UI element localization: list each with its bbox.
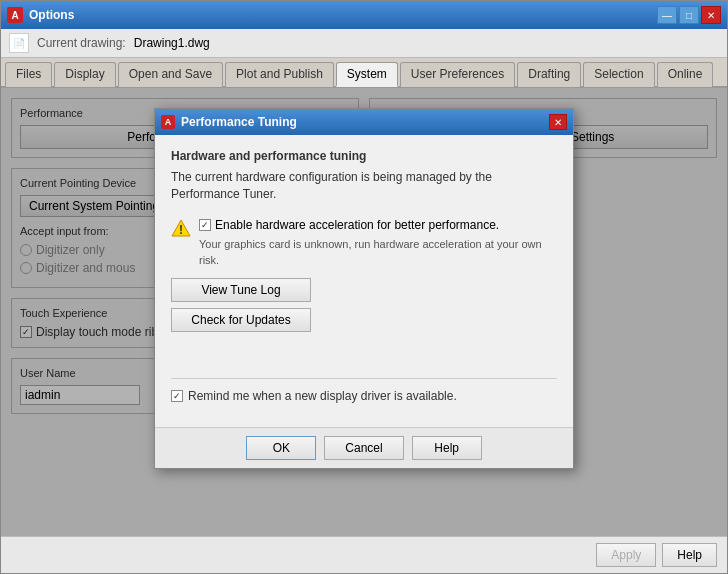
- help-bottom-button[interactable]: Help: [662, 543, 717, 567]
- title-bar: A Options — □ ✕: [1, 1, 727, 29]
- remind-checkbox[interactable]: ✓: [171, 390, 183, 402]
- modal-close-button[interactable]: ✕: [549, 114, 567, 130]
- drawing-icon: 📄: [9, 33, 29, 53]
- view-tune-log-button[interactable]: View Tune Log: [171, 278, 311, 302]
- apply-button[interactable]: Apply: [596, 543, 656, 567]
- app-icon: A: [7, 7, 23, 23]
- enable-hw-label: Enable hardware acceleration for better …: [215, 217, 499, 234]
- modal-cancel-button[interactable]: Cancel: [324, 436, 403, 460]
- content-area: Performance Performance Settings Current…: [1, 88, 727, 536]
- check-for-updates-button[interactable]: Check for Updates: [171, 308, 311, 332]
- tab-user-prefs[interactable]: User Preferences: [400, 62, 515, 87]
- modal-title-bar: A Performance Tuning ✕: [155, 109, 573, 135]
- tab-online[interactable]: Online: [657, 62, 714, 87]
- close-button[interactable]: ✕: [701, 6, 721, 24]
- modal-overlay: A Performance Tuning ✕ Hardware and perf…: [1, 88, 727, 536]
- modal-checkbox-area: ✓ Enable hardware acceleration for bette…: [199, 217, 557, 269]
- modal-ok-button[interactable]: OK: [246, 436, 316, 460]
- modal-title-text: Performance Tuning: [181, 115, 297, 129]
- tab-files[interactable]: Files: [5, 62, 52, 87]
- tab-open-save[interactable]: Open and Save: [118, 62, 223, 87]
- tab-drafting[interactable]: Drafting: [517, 62, 581, 87]
- modal-description: The current hardware configuration is be…: [171, 169, 557, 203]
- title-bar-left: A Options: [7, 7, 74, 23]
- tab-plot-publish[interactable]: Plot and Publish: [225, 62, 334, 87]
- drawing-filename: Drawing1.dwg: [134, 36, 210, 50]
- modal-spacer: [171, 338, 557, 378]
- window-title: Options: [29, 8, 74, 22]
- modal-help-button[interactable]: Help: [412, 436, 482, 460]
- window-controls: — □ ✕: [657, 6, 721, 24]
- modal-body: Hardware and performance tuning The curr…: [155, 135, 573, 427]
- main-window: A Options — □ ✕ 📄 Current drawing: Drawi…: [0, 0, 728, 574]
- warning-sub-text: Your graphics card is unknown, run hardw…: [199, 237, 557, 268]
- warning-icon: !: [171, 218, 191, 238]
- modal-app-icon: A: [161, 115, 175, 129]
- modal-warning-row: ! ✓ Enable hardware acceleration for bet…: [171, 217, 557, 269]
- drawing-bar: 📄 Current drawing: Drawing1.dwg: [1, 29, 727, 58]
- enable-hw-checkbox[interactable]: ✓: [199, 219, 211, 231]
- performance-tuning-dialog: A Performance Tuning ✕ Hardware and perf…: [154, 108, 574, 469]
- remind-label: Remind me when a new display driver is a…: [188, 389, 457, 403]
- minimize-button[interactable]: —: [657, 6, 677, 24]
- maximize-button[interactable]: □: [679, 6, 699, 24]
- modal-footer: OK Cancel Help: [155, 427, 573, 468]
- drawing-label: Current drawing:: [37, 36, 126, 50]
- tab-bar: Files Display Open and Save Plot and Pub…: [1, 58, 727, 88]
- svg-text:!: !: [179, 223, 183, 237]
- tab-system[interactable]: System: [336, 62, 398, 87]
- bottom-bar: Apply Help: [1, 536, 727, 573]
- modal-title-left: A Performance Tuning: [161, 115, 297, 129]
- tab-selection[interactable]: Selection: [583, 62, 654, 87]
- remind-row: ✓ Remind me when a new display driver is…: [171, 378, 557, 413]
- enable-hw-row[interactable]: ✓ Enable hardware acceleration for bette…: [199, 217, 557, 234]
- tab-display[interactable]: Display: [54, 62, 115, 87]
- modal-header: Hardware and performance tuning: [171, 149, 557, 163]
